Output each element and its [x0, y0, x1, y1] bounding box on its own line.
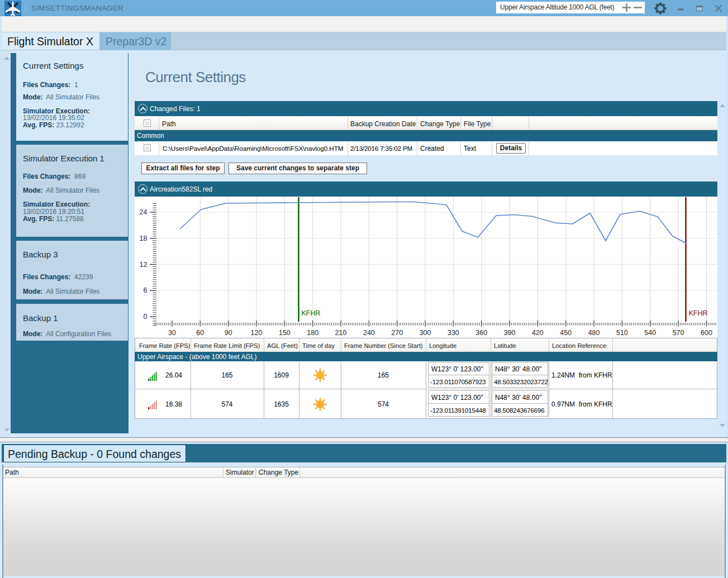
- svg-text:150: 150: [279, 329, 291, 337]
- svg-text:600: 600: [701, 329, 712, 337]
- svg-text:120: 120: [251, 329, 263, 337]
- svg-text:18: 18: [140, 235, 147, 242]
- svg-text:300: 300: [420, 329, 431, 337]
- svg-text:210: 210: [335, 329, 347, 337]
- svg-text:24: 24: [140, 208, 147, 216]
- svg-text:180: 180: [307, 329, 318, 337]
- svg-text:KFHR: KFHR: [302, 309, 321, 317]
- svg-text:90: 90: [225, 329, 232, 337]
- svg-text:270: 270: [391, 329, 403, 337]
- svg-text:6: 6: [144, 286, 147, 294]
- svg-text:60: 60: [196, 329, 204, 337]
- svg-text:240: 240: [363, 329, 375, 337]
- svg-text:330: 330: [448, 329, 459, 337]
- svg-text:30: 30: [168, 329, 176, 337]
- svg-text:570: 570: [673, 329, 684, 337]
- svg-text:12: 12: [140, 261, 147, 269]
- svg-text:420: 420: [532, 329, 544, 337]
- svg-text:0: 0: [144, 313, 147, 321]
- svg-text:450: 450: [560, 329, 572, 337]
- svg-text:390: 390: [504, 329, 516, 337]
- svg-text:510: 510: [616, 329, 628, 337]
- svg-text:KFHR: KFHR: [689, 309, 708, 317]
- svg-text:540: 540: [644, 329, 656, 337]
- svg-text:360: 360: [475, 329, 487, 337]
- svg-text:480: 480: [588, 329, 600, 337]
